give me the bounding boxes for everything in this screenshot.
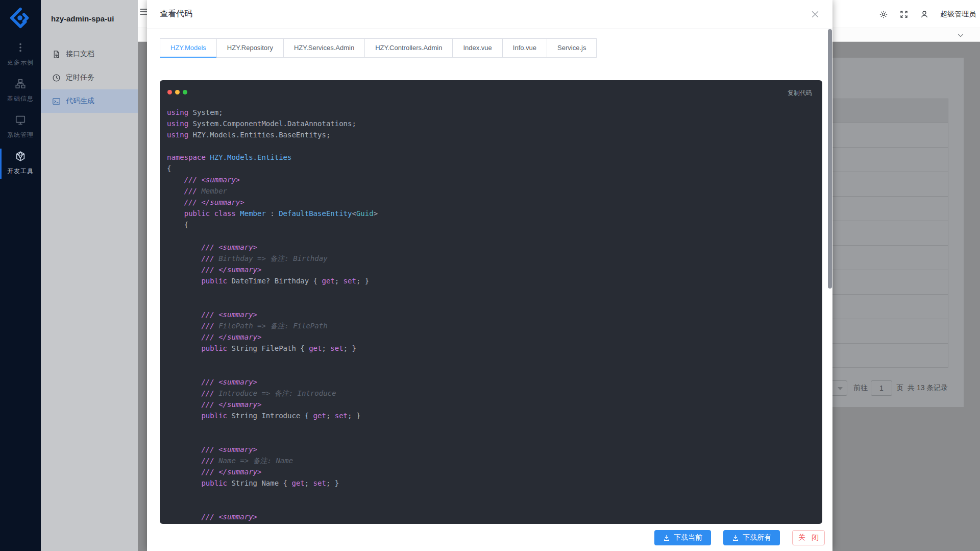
code-line: /// Name => 备注: Name (167, 455, 815, 466)
rail-item-label: 更多示例 (0, 58, 41, 67)
tab-service-js[interactable]: Service.js (547, 38, 597, 58)
background-table (820, 99, 948, 368)
gear-icon[interactable] (879, 10, 888, 19)
code-line (167, 421, 815, 433)
code-line: public String Name { get; set; } (167, 477, 815, 489)
download-icon (663, 534, 670, 541)
code-line (167, 140, 815, 152)
code-line: /// </summary> (167, 399, 815, 410)
document-icon (52, 50, 61, 59)
table-row (820, 245, 948, 270)
code-line: namespace HZY.Models.Entities (167, 152, 815, 163)
code-line: /// <summary> (167, 376, 815, 388)
page-number-input[interactable]: 1 (871, 380, 892, 396)
ellipsis-vertical-icon (15, 42, 26, 53)
app-logo-icon[interactable] (9, 6, 32, 30)
table-row (820, 147, 948, 172)
submenu-panel: hzy-admin-spa-ui 接口文档定时任务代码生成 (41, 0, 138, 551)
code-line (167, 489, 815, 500)
code-line: /// </summary> (167, 197, 815, 208)
code-line (167, 500, 815, 511)
pagination-goto-label: 前往 (853, 384, 868, 393)
code-line (167, 433, 815, 444)
code-line: /// FilePath => 备注: FilePath (167, 320, 815, 331)
org-icon (15, 78, 26, 89)
code-line (167, 286, 815, 298)
rail-item-label: 基础信息 (0, 94, 41, 103)
table-row (820, 196, 948, 221)
file-tabs: HZY.ModelsHZY.RepositoryHZY.Services.Adm… (160, 38, 832, 58)
fullscreen-icon[interactable] (899, 10, 909, 19)
code-window-titlebar: 复制代码 (167, 87, 815, 100)
pagination-page-unit: 页 (896, 384, 903, 393)
tab-index-vue[interactable]: Index.vue (452, 38, 502, 58)
project-title: hzy-admin-spa-ui (41, 0, 138, 23)
code-line: public String Introduce { get; set; } (167, 410, 815, 421)
sidebar-rail: 更多示例基础信息系统管理开发工具 (0, 0, 41, 551)
download-current-button[interactable]: 下载当前 (654, 530, 711, 545)
code-line: /// Number => 备注: Number (167, 522, 815, 524)
dialog-scrollbar[interactable] (828, 29, 832, 289)
rail-item-system-management[interactable]: 系统管理 (0, 109, 41, 146)
tab-hzy-models[interactable]: HZY.Models (160, 38, 217, 58)
table-header-row (820, 99, 948, 123)
rail-item-label: 系统管理 (0, 131, 41, 139)
tab-hzy-services-admin[interactable]: HZY.Services.Admin (283, 38, 365, 58)
code-line: using System.ComponentModel.DataAnnotati… (167, 118, 815, 129)
tab-hzy-controllers-admin[interactable]: HZY.Controllers.Admin (364, 38, 453, 58)
table-row (820, 123, 948, 147)
rail-item-more-examples[interactable]: 更多示例 (0, 37, 41, 73)
rail-item-basic-info[interactable]: 基础信息 (0, 73, 41, 109)
submenu-item-code-generation[interactable]: 代码生成 (41, 89, 138, 113)
rail-item-dev-tools[interactable]: 开发工具 (0, 146, 41, 182)
code-line: /// <summary> (167, 174, 815, 185)
code-line: /// Birthday => 备注: Birthday (167, 253, 815, 264)
dialog-footer: 下载当前 下载所有 关 闭 (654, 530, 825, 545)
chevron-down-icon[interactable] (957, 31, 965, 39)
code-line: /// Introduce => 备注: Introduce (167, 388, 815, 399)
cube-icon (15, 151, 26, 162)
download-all-button[interactable]: 下载所有 (723, 530, 780, 545)
close-icon[interactable] (810, 9, 820, 19)
pagination-total-label: 共 13 条记录 (908, 384, 948, 393)
code-line (167, 230, 815, 242)
code-line: using HZY.Models.Entities.BaseEntitys; (167, 129, 815, 140)
background-pagination: 前往 1 页 共 13 条记录 (817, 380, 964, 396)
download-icon (732, 534, 739, 541)
dialog-header: 查看代码 (147, 0, 832, 29)
view-code-dialog: 查看代码 HZY.ModelsHZY.RepositoryHZY.Service… (147, 0, 832, 551)
submenu-item-label: 接口文档 (66, 50, 94, 59)
tab-info-vue[interactable]: Info.vue (502, 38, 547, 58)
traffic-green-icon (183, 90, 187, 94)
code-line: using System; (167, 107, 815, 118)
code-line: /// <summary> (167, 242, 815, 253)
code-line: /// </summary> (167, 331, 815, 343)
copy-code-button[interactable]: 复制代码 (788, 89, 812, 98)
monitor-icon (15, 114, 26, 126)
traffic-yellow-icon (175, 90, 180, 94)
traffic-red-icon (167, 90, 172, 94)
code-line: /// <summary> (167, 511, 815, 522)
table-row (820, 221, 948, 245)
submenu-item-api-docs[interactable]: 接口文档 (41, 42, 138, 66)
code-line: /// Member (167, 185, 815, 197)
background-table-card: 前往 1 页 共 13 条记录 (817, 58, 964, 407)
code-line: /// <summary> (167, 444, 815, 455)
code-line: { (167, 163, 815, 174)
select-caret-icon (838, 387, 843, 390)
table-row (820, 319, 948, 343)
code-line (167, 354, 815, 365)
table-row (820, 270, 948, 294)
code-content: using System;using System.ComponentModel… (167, 107, 815, 524)
user-icon[interactable] (920, 10, 929, 19)
tab-hzy-repository[interactable]: HZY.Repository (216, 38, 284, 58)
submenu-item-scheduled-tasks[interactable]: 定时任务 (41, 66, 138, 89)
dialog-title: 查看代码 (160, 9, 192, 19)
code-line: public class Member : DefaultBaseEntity<… (167, 208, 815, 219)
close-button[interactable]: 关 闭 (792, 530, 825, 545)
submenu-item-label: 代码生成 (66, 97, 94, 106)
code-line: /// <summary> (167, 309, 815, 320)
traffic-lights (167, 90, 187, 94)
current-user-label[interactable]: 超级管理员 (940, 10, 976, 19)
code-line: { (167, 219, 815, 230)
